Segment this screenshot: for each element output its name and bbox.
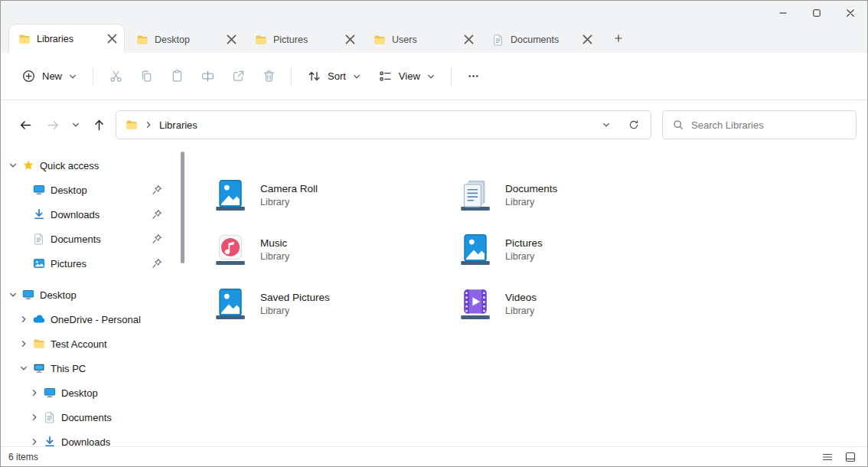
- up-button[interactable]: [85, 112, 113, 138]
- status-view-toggles: [818, 449, 860, 465]
- tab-close-icon[interactable]: [343, 32, 357, 47]
- recent-locations-button[interactable]: [67, 112, 85, 138]
- status-large-icon: [844, 451, 857, 463]
- sidebar-item-desktop[interactable]: Desktop: [1, 380, 179, 405]
- sidebar-item-documents[interactable]: Documents: [1, 405, 179, 429]
- chevron-right-icon[interactable]: [19, 315, 28, 324]
- see-more-button[interactable]: [458, 62, 489, 91]
- sidebar-item-this-pc[interactable]: This PC: [1, 356, 179, 380]
- file-type: Library: [260, 305, 330, 316]
- maximize-button[interactable]: [800, 1, 834, 24]
- file-type: Library: [505, 251, 543, 262]
- file-item-text: Camera RollLibrary: [260, 183, 318, 207]
- search-input[interactable]: [691, 119, 848, 131]
- sidebar-item-downloads[interactable]: Downloads: [1, 202, 179, 227]
- tab-label: Libraries: [37, 34, 99, 44]
- sidebar-item-label: Downloads: [51, 209, 119, 220]
- folder-icon: [126, 119, 138, 131]
- downloads-icon: [33, 208, 45, 220]
- chevron-spacer: [19, 185, 28, 194]
- forward-button[interactable]: [39, 112, 67, 138]
- address-row: Libraries: [1, 100, 867, 149]
- file-item-text: Saved PicturesLibrary: [260, 292, 330, 316]
- file-item-music[interactable]: MusicLibrary: [211, 222, 441, 276]
- status-details-icon: [821, 451, 834, 463]
- view-button[interactable]: View: [370, 62, 444, 91]
- tab-close-icon[interactable]: [224, 32, 239, 47]
- chevron-down-icon[interactable]: [8, 161, 18, 170]
- sidebar-tree: Quick accessDesktopDownloadsDocumentsPic…: [1, 153, 188, 446]
- status-items-count: 6 items: [8, 452, 38, 462]
- rename-button[interactable]: [192, 62, 223, 91]
- tab-pictures[interactable]: Pictures: [246, 26, 362, 53]
- paste-button[interactable]: [162, 62, 192, 91]
- chevron-right-icon[interactable]: [30, 413, 39, 422]
- file-item-saved-pictures[interactable]: Saved PicturesLibrary: [211, 276, 441, 331]
- tab-desktop[interactable]: Desktop: [127, 26, 243, 53]
- chevron-down-icon[interactable]: [19, 364, 28, 373]
- tab-users[interactable]: Users: [364, 26, 481, 53]
- refresh-button[interactable]: [623, 114, 644, 136]
- new-icon: [21, 69, 36, 83]
- sidebar-item-desktop[interactable]: Desktop: [1, 282, 179, 307]
- sidebar-item-pictures[interactable]: Pictures: [1, 251, 179, 276]
- tab-libraries[interactable]: Libraries: [8, 24, 125, 53]
- chevron-right-icon[interactable]: [19, 339, 28, 348]
- library-music-icon: [211, 230, 250, 269]
- tab-close-icon[interactable]: [580, 32, 595, 47]
- desktop-icon: [22, 289, 34, 301]
- copy-icon: [139, 69, 154, 83]
- sidebar-item-desktop[interactable]: Desktop: [1, 178, 179, 202]
- sidebar-item-quick-access[interactable]: Quick access: [1, 153, 179, 178]
- close-button[interactable]: [834, 1, 867, 24]
- tab-close-icon[interactable]: [462, 32, 476, 47]
- new-button[interactable]: New: [13, 62, 86, 91]
- back-button[interactable]: [11, 112, 39, 138]
- tab-documents[interactable]: Documents: [483, 26, 599, 53]
- folder-icon: [18, 33, 31, 45]
- tab-label: Documents: [511, 34, 574, 45]
- tab-label: Pictures: [273, 34, 337, 45]
- minimize-button[interactable]: [766, 1, 800, 24]
- file-item-pictures[interactable]: PicturesLibrary: [456, 222, 686, 276]
- copy-button[interactable]: [131, 62, 162, 91]
- chevron-right-icon: [144, 120, 153, 129]
- cut-button[interactable]: [100, 62, 131, 91]
- address-path: Libraries: [159, 119, 197, 131]
- minimize-icon: [778, 8, 788, 18]
- search-box[interactable]: [662, 110, 857, 139]
- sort-button[interactable]: Sort: [299, 62, 370, 91]
- sidebar-item-downloads[interactable]: Downloads: [1, 429, 179, 446]
- sidebar-item-onedrive-personal[interactable]: OneDrive - Personal: [1, 307, 179, 331]
- search-icon: [672, 119, 684, 131]
- details-view-button[interactable]: [818, 449, 837, 465]
- chevron-right-icon[interactable]: [30, 388, 39, 397]
- file-item-videos[interactable]: VideosLibrary: [456, 276, 686, 331]
- sidebar-item-documents[interactable]: Documents: [1, 227, 179, 251]
- tab-close-icon[interactable]: [105, 31, 119, 46]
- chevron-down-icon: [426, 72, 436, 81]
- chevron-down-icon: [352, 72, 361, 81]
- view-button-label: View: [399, 70, 420, 82]
- sidebar-scrollbar[interactable]: [181, 152, 184, 263]
- onedrive-icon: [33, 313, 45, 325]
- file-explorer-window: LibrariesDesktopPicturesUsersDocuments N…: [0, 0, 868, 467]
- file-item-camera-roll[interactable]: Camera RollLibrary: [211, 168, 441, 222]
- share-button[interactable]: [223, 62, 253, 91]
- file-item-text: DocumentsLibrary: [505, 183, 557, 207]
- back-icon: [18, 118, 33, 132]
- file-name: Documents: [505, 183, 557, 194]
- delete-button[interactable]: [253, 62, 284, 91]
- sidebar-item-test-account[interactable]: Test Account: [1, 331, 179, 356]
- address-bar[interactable]: Libraries: [116, 110, 651, 139]
- chevron-right-icon[interactable]: [30, 437, 39, 446]
- address-dropdown-button[interactable]: [596, 114, 617, 136]
- sidebar-item-label: Downloads: [61, 436, 130, 447]
- more-icon: [466, 69, 481, 83]
- file-item-documents[interactable]: DocumentsLibrary: [456, 168, 686, 222]
- pin-icon: [152, 185, 162, 195]
- large-icons-view-button[interactable]: [841, 449, 860, 465]
- chevron-down-icon[interactable]: [8, 290, 18, 299]
- downloads-icon: [44, 436, 56, 446]
- new-tab-button[interactable]: [608, 28, 629, 49]
